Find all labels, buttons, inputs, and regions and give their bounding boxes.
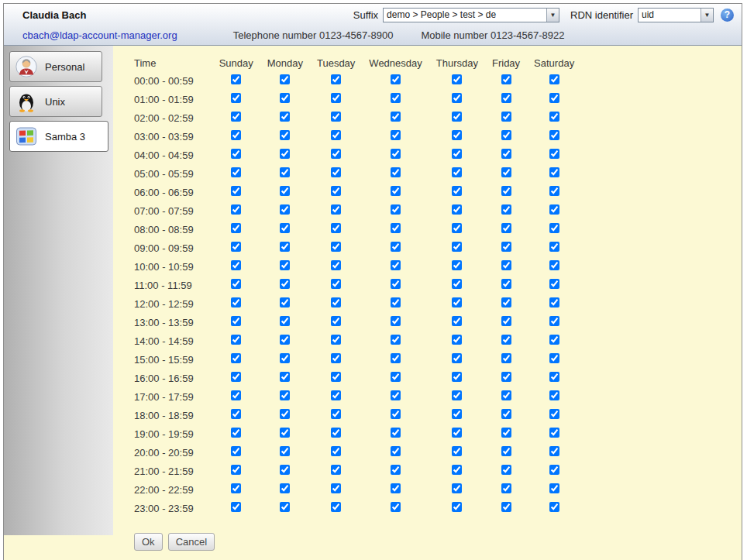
- hour-checkbox[interactable]: [501, 353, 511, 363]
- hour-checkbox[interactable]: [231, 502, 241, 512]
- hour-checkbox[interactable]: [331, 260, 341, 270]
- hour-checkbox[interactable]: [331, 335, 341, 345]
- hour-checkbox[interactable]: [549, 204, 559, 215]
- cancel-button[interactable]: Cancel: [168, 533, 215, 551]
- hour-checkbox[interactable]: [331, 242, 341, 252]
- hour-checkbox[interactable]: [231, 372, 241, 382]
- hour-checkbox[interactable]: [331, 465, 341, 475]
- hour-checkbox[interactable]: [231, 242, 241, 252]
- hour-checkbox[interactable]: [549, 297, 559, 307]
- ok-button[interactable]: Ok: [134, 533, 163, 551]
- hour-checkbox[interactable]: [231, 260, 241, 270]
- sidebar-item-samba3[interactable]: Samba 3: [9, 121, 108, 152]
- hour-checkbox[interactable]: [549, 130, 559, 140]
- hour-checkbox[interactable]: [331, 74, 341, 84]
- hour-checkbox[interactable]: [501, 279, 511, 289]
- hour-checkbox[interactable]: [331, 409, 341, 419]
- hour-checkbox[interactable]: [452, 112, 462, 122]
- hour-checkbox[interactable]: [331, 297, 341, 307]
- hour-checkbox[interactable]: [231, 428, 241, 438]
- hour-checkbox[interactable]: [231, 186, 241, 196]
- hour-checkbox[interactable]: [501, 335, 511, 345]
- sidebar-item-personal[interactable]: Personal: [9, 51, 102, 82]
- hour-checkbox[interactable]: [280, 112, 290, 122]
- hour-checkbox[interactable]: [391, 297, 401, 307]
- chevron-down-icon[interactable]: ▼: [701, 9, 713, 22]
- hour-checkbox[interactable]: [501, 74, 511, 84]
- hour-checkbox[interactable]: [549, 335, 559, 345]
- hour-checkbox[interactable]: [501, 167, 511, 177]
- hour-checkbox[interactable]: [231, 353, 241, 363]
- hour-checkbox[interactable]: [452, 93, 462, 103]
- hour-checkbox[interactable]: [231, 112, 241, 122]
- hour-checkbox[interactable]: [501, 223, 511, 233]
- hour-checkbox[interactable]: [549, 390, 559, 400]
- hour-checkbox[interactable]: [280, 223, 290, 233]
- hour-checkbox[interactable]: [280, 483, 290, 493]
- hour-checkbox[interactable]: [452, 353, 462, 363]
- hour-checkbox[interactable]: [231, 167, 241, 177]
- hour-checkbox[interactable]: [391, 279, 401, 289]
- hour-checkbox[interactable]: [391, 483, 401, 493]
- hour-checkbox[interactable]: [331, 112, 341, 122]
- help-icon[interactable]: ?: [721, 9, 734, 22]
- hour-checkbox[interactable]: [280, 74, 290, 84]
- hour-checkbox[interactable]: [280, 242, 290, 252]
- hour-checkbox[interactable]: [549, 223, 559, 233]
- suffix-select[interactable]: demo > People > test > de ▼: [383, 8, 559, 22]
- hour-checkbox[interactable]: [231, 409, 241, 419]
- hour-checkbox[interactable]: [331, 502, 341, 512]
- hour-checkbox[interactable]: [331, 130, 341, 140]
- hour-checkbox[interactable]: [391, 93, 401, 103]
- hour-checkbox[interactable]: [231, 223, 241, 233]
- hour-checkbox[interactable]: [231, 335, 241, 345]
- hour-checkbox[interactable]: [280, 130, 290, 140]
- hour-checkbox[interactable]: [501, 372, 511, 382]
- hour-checkbox[interactable]: [549, 74, 559, 84]
- hour-checkbox[interactable]: [280, 279, 290, 289]
- hour-checkbox[interactable]: [501, 297, 511, 307]
- hour-checkbox[interactable]: [549, 242, 559, 252]
- hour-checkbox[interactable]: [452, 279, 462, 289]
- hour-checkbox[interactable]: [280, 149, 290, 159]
- hour-checkbox[interactable]: [549, 409, 559, 419]
- hour-checkbox[interactable]: [549, 446, 559, 456]
- sidebar-item-unix[interactable]: Unix: [9, 86, 102, 117]
- hour-checkbox[interactable]: [231, 204, 241, 215]
- hour-checkbox[interactable]: [452, 502, 462, 512]
- hour-checkbox[interactable]: [452, 409, 462, 419]
- hour-checkbox[interactable]: [452, 428, 462, 438]
- hour-checkbox[interactable]: [501, 483, 511, 493]
- hour-checkbox[interactable]: [452, 390, 462, 400]
- hour-checkbox[interactable]: [280, 465, 290, 475]
- hour-checkbox[interactable]: [452, 335, 462, 345]
- hour-checkbox[interactable]: [549, 93, 559, 103]
- email-link[interactable]: cbach@ldap-account-manager.org: [22, 29, 177, 41]
- hour-checkbox[interactable]: [391, 316, 401, 326]
- hour-checkbox[interactable]: [452, 74, 462, 84]
- hour-checkbox[interactable]: [391, 223, 401, 233]
- hour-checkbox[interactable]: [452, 167, 462, 177]
- hour-checkbox[interactable]: [231, 446, 241, 456]
- hour-checkbox[interactable]: [331, 353, 341, 363]
- hour-checkbox[interactable]: [452, 260, 462, 270]
- hour-checkbox[interactable]: [331, 167, 341, 177]
- hour-checkbox[interactable]: [501, 260, 511, 270]
- hour-checkbox[interactable]: [501, 502, 511, 512]
- hour-checkbox[interactable]: [280, 372, 290, 382]
- hour-checkbox[interactable]: [391, 74, 401, 84]
- hour-checkbox[interactable]: [391, 186, 401, 196]
- hour-checkbox[interactable]: [331, 223, 341, 233]
- hour-checkbox[interactable]: [501, 93, 511, 103]
- hour-checkbox[interactable]: [501, 409, 511, 419]
- hour-checkbox[interactable]: [549, 316, 559, 326]
- hour-checkbox[interactable]: [501, 465, 511, 475]
- hour-checkbox[interactable]: [549, 112, 559, 122]
- hour-checkbox[interactable]: [331, 390, 341, 400]
- hour-checkbox[interactable]: [452, 316, 462, 326]
- hour-checkbox[interactable]: [280, 316, 290, 326]
- hour-checkbox[interactable]: [280, 335, 290, 345]
- hour-checkbox[interactable]: [501, 316, 511, 326]
- hour-checkbox[interactable]: [549, 353, 559, 363]
- hour-checkbox[interactable]: [452, 465, 462, 475]
